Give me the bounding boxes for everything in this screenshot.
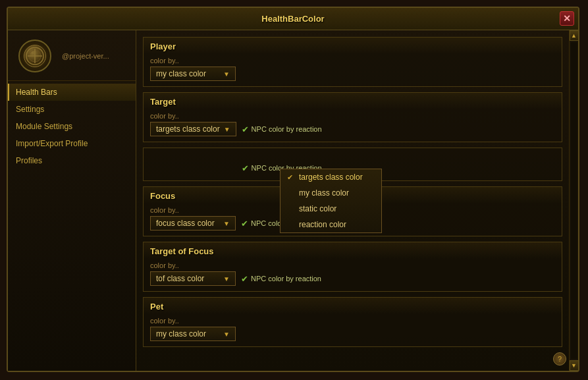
window-body: @project-ver... Health Bars Settings Mod… (8, 30, 578, 371)
focus-dropdown-arrow: ▼ (223, 220, 230, 227)
focus-dropdown-value: focus class color (156, 219, 215, 228)
section-target: Target color by.. targets class color ▼ … (143, 92, 562, 142)
section-player-body: color by.. my class color ▼ (144, 54, 562, 86)
section-tof-title: Target of Focus (144, 242, 562, 259)
pet-color-by-label: color by.. (150, 317, 555, 325)
player-dropdown-value: my class color (156, 69, 206, 78)
tof-dropdown-value: tof class color (156, 274, 204, 283)
sidebar: @project-ver... Health Bars Settings Mod… (8, 30, 136, 371)
dropdown-label-2: static color (299, 204, 336, 213)
target-npc-check: ✔ NPC color by reaction (242, 124, 322, 134)
target-dropdown-value: targets class color (156, 124, 220, 134)
section-target-title: Target (144, 93, 562, 109)
pet-dropdown-arrow: ▼ (223, 331, 230, 338)
section-player-title: Player (144, 38, 562, 54)
target-dropdown[interactable]: targets class color ▼ (150, 122, 236, 136)
pet-dropdown-value: my class color (156, 329, 206, 339)
pet-row: my class color ▼ (150, 327, 555, 341)
section-pet-body: color by.. my class color ▼ (144, 314, 562, 346)
target-npc-label: NPC color by reaction (252, 125, 322, 133)
focus-dropdown[interactable]: focus class color ▼ (150, 216, 236, 231)
sidebar-item-import-export[interactable]: Import/Export Profile (8, 135, 136, 152)
tof-check-icon: ✔ (241, 274, 248, 284)
sidebar-item-health-bars[interactable]: Health Bars (8, 84, 136, 101)
section-pet: Pet color by.. my class color ▼ (143, 297, 562, 347)
focus-check-icon: ✔ (241, 219, 248, 229)
dropdown-item-2[interactable]: static color (281, 201, 381, 217)
player-color-by-label: color by.. (150, 57, 555, 65)
close-button[interactable]: ✕ (560, 11, 574, 26)
tof-color-by-label: color by.. (150, 261, 555, 269)
tof-npc-check: ✔ NPC color by reaction (241, 274, 321, 284)
section-pet-title: Pet (144, 298, 562, 314)
target-color-by-label: color by.. (150, 112, 555, 120)
tof-npc-label: NPC color by reaction (251, 275, 321, 283)
section-tof-body: color by.. tof class color ▼ ✔ NPC color… (144, 259, 562, 291)
sidebar-divider (8, 80, 136, 81)
sidebar-item-module-settings[interactable]: Module Settings (8, 118, 136, 135)
section-player: Player color by.. my class color ▼ (143, 37, 562, 87)
scroll-down-button[interactable]: ▼ (570, 360, 579, 371)
title-bar: HealthBarColor ✕ (8, 8, 578, 30)
dropdown-menu: ✔ targets class color my class color sta… (280, 169, 382, 233)
dropdown-label-0: targets class color (299, 173, 363, 182)
tof-dropdown-arrow: ▼ (223, 275, 230, 283)
section-target-of-focus: Target of Focus color by.. tof class col… (143, 242, 562, 292)
dropdown-check-0: ✔ (287, 173, 295, 182)
player-dropdown[interactable]: my class color ▼ (150, 67, 236, 81)
sidebar-item-profiles[interactable]: Profiles (8, 152, 136, 169)
target-sub-check-icon: ✔ (242, 163, 249, 173)
scroll-up-button[interactable]: ▲ (570, 30, 579, 41)
dropdown-item-3[interactable]: reaction color (281, 217, 381, 232)
target-check-icon: ✔ (242, 124, 249, 134)
target-dropdown-arrow: ▼ (224, 126, 230, 133)
help-button[interactable]: ? (553, 352, 566, 366)
sidebar-logo (18, 40, 51, 72)
pet-dropdown[interactable]: my class color ▼ (150, 327, 236, 341)
dropdown-label-3: reaction color (299, 220, 346, 229)
sidebar-item-settings[interactable]: Settings (8, 101, 136, 118)
logo-icon (24, 45, 46, 67)
player-dropdown-arrow: ▼ (223, 70, 230, 78)
tof-dropdown[interactable]: tof class color ▼ (150, 271, 236, 286)
main-window: HealthBarColor ✕ @project-ver... (7, 7, 579, 372)
dropdown-label-1: my class color (299, 188, 349, 198)
main-content: Player color by.. my class color ▼ Targe… (136, 30, 569, 371)
dropdown-item-1[interactable]: my class color (281, 185, 381, 201)
player-row: my class color ▼ (150, 67, 555, 81)
scroll-track (571, 42, 577, 359)
window-title: HealthBarColor (261, 14, 324, 24)
tof-row: tof class color ▼ ✔ NPC color by reactio… (150, 271, 555, 286)
section-target-body: color by.. targets class color ▼ ✔ NPC c… (144, 109, 562, 142)
dropdown-item-0[interactable]: ✔ targets class color (281, 169, 381, 185)
right-scrollbar: ▲ ▼ (569, 30, 578, 371)
target-row: targets class color ▼ ✔ NPC color by rea… (150, 122, 555, 136)
project-label: @project-ver... (62, 52, 109, 60)
